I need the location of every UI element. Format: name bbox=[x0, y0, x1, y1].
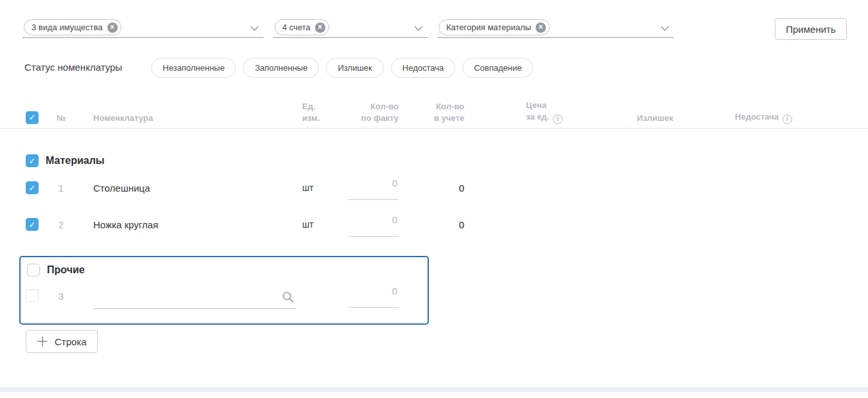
price-info-icon[interactable]: i bbox=[553, 114, 563, 124]
inventory-page: 3 вида имущества × 4 счета × Категория м… bbox=[0, 0, 868, 398]
filter-chip-category: Категория материалы × bbox=[439, 19, 550, 35]
header-line: Цена bbox=[526, 100, 572, 111]
nomenclature-name: Ножка круглая bbox=[84, 219, 302, 230]
qty-account-value: 0 bbox=[399, 219, 469, 230]
qty-account-value: 0 bbox=[399, 183, 469, 194]
status-pill-surplus[interactable]: Излишек bbox=[326, 58, 383, 78]
status-filter-pills: Незаполненные Заполненные Излишек Недост… bbox=[151, 58, 533, 78]
group-checkbox[interactable]: ✓ bbox=[27, 264, 40, 276]
select-all-checkbox[interactable]: ✓ bbox=[26, 111, 39, 124]
chip-remove-icon[interactable]: × bbox=[107, 23, 118, 33]
add-row-button[interactable]: Строка bbox=[26, 330, 98, 353]
bottom-divider-band bbox=[0, 387, 868, 392]
column-header-unit: Ед. изм. bbox=[302, 101, 348, 124]
group-checkbox[interactable]: ✓ bbox=[26, 154, 39, 167]
group-others-highlighted-box: ✓ Прочие ✓ 3 bbox=[19, 256, 429, 325]
chevron-down-icon bbox=[660, 26, 669, 32]
nomenclature-name: Столешница bbox=[84, 183, 302, 194]
group-label: Прочие bbox=[47, 264, 85, 276]
column-header-qty-fact: Кол-во по факту bbox=[348, 101, 399, 124]
filter-dropdown-category[interactable]: Категория материалы × bbox=[437, 18, 674, 38]
header-text: за ед. bbox=[526, 112, 549, 122]
column-header-price: Цена за ед.i bbox=[469, 100, 572, 124]
row-checkbox[interactable]: ✓ bbox=[26, 218, 39, 231]
header-line: Кол-во bbox=[399, 101, 464, 113]
chevron-down-icon bbox=[414, 26, 423, 32]
filter-chip-label: 3 вида имущества bbox=[32, 23, 103, 32]
row-number: 1 bbox=[39, 183, 84, 194]
qty-fact-input[interactable] bbox=[348, 284, 399, 308]
column-header-surplus: Излишек bbox=[572, 113, 682, 124]
apply-button[interactable]: Применить bbox=[775, 18, 847, 40]
filter-dropdown-property-types[interactable]: 3 вида имущества × bbox=[23, 18, 264, 38]
row-number: 3 bbox=[39, 291, 84, 302]
row-checkbox[interactable]: ✓ bbox=[26, 181, 39, 194]
check-icon: ✓ bbox=[29, 221, 36, 229]
status-pill-shortage[interactable]: Недостача bbox=[391, 58, 455, 78]
unit-value: шт bbox=[302, 183, 348, 193]
search-icon bbox=[282, 291, 294, 303]
header-text: Недостача bbox=[735, 112, 779, 122]
qty-fact-input[interactable] bbox=[348, 176, 399, 200]
status-pill-match[interactable]: Совпадение bbox=[462, 58, 533, 78]
column-header-name: Номенклатура bbox=[84, 113, 302, 124]
table-row-new: ✓ 3 bbox=[21, 279, 429, 312]
chip-remove-icon[interactable]: × bbox=[536, 23, 546, 33]
plus-icon bbox=[37, 336, 48, 347]
filter-dropdown-accounts[interactable]: 4 счета × bbox=[273, 18, 428, 38]
check-icon: ✓ bbox=[29, 184, 36, 192]
nomenclature-search-input[interactable] bbox=[93, 283, 296, 309]
table-header: ✓ № Номенклатура Ед. изм. Кол-во по факт… bbox=[0, 100, 868, 129]
row-number: 2 bbox=[39, 219, 84, 230]
column-header-num: № bbox=[39, 113, 84, 124]
status-pill-filled[interactable]: Заполненные bbox=[243, 58, 319, 78]
header-line: изм. bbox=[302, 113, 348, 124]
header-line: Ед. bbox=[302, 101, 348, 113]
check-icon: ✓ bbox=[29, 157, 36, 165]
header-line: за ед.i bbox=[526, 111, 572, 124]
table-row: ✓ 1 Столешница шт 0 bbox=[0, 174, 804, 202]
group-row-materials: ✓ Материалы bbox=[26, 153, 105, 168]
row-checkbox[interactable]: ✓ bbox=[26, 289, 39, 302]
status-pill-unfilled[interactable]: Незаполненные bbox=[151, 58, 236, 78]
qty-fact-input[interactable] bbox=[348, 212, 399, 237]
chip-remove-icon[interactable]: × bbox=[315, 23, 325, 33]
chevron-down-icon bbox=[250, 26, 259, 32]
header-line: по факту bbox=[348, 113, 399, 124]
filter-chip-label: Категория материалы bbox=[446, 23, 531, 32]
group-row-others: ✓ Прочие bbox=[27, 264, 428, 276]
filter-chip-accounts: 4 счета × bbox=[275, 19, 329, 35]
unit-value: шт bbox=[302, 219, 348, 230]
shortage-info-icon[interactable]: i bbox=[782, 114, 792, 124]
header-line: в учете bbox=[399, 113, 464, 124]
column-header-shortage: Недостачаi bbox=[682, 111, 804, 124]
header-line: Кол-во bbox=[348, 101, 399, 113]
column-header-qty-account: Кол-во в учете bbox=[399, 101, 469, 124]
table-row: ✓ 2 Ножка круглая шт 0 bbox=[0, 210, 804, 239]
filter-chip-label: 4 счета bbox=[282, 23, 311, 32]
filter-chip-property-types: 3 вида имущества × bbox=[24, 19, 122, 35]
check-icon: ✓ bbox=[29, 113, 36, 122]
group-label: Материалы bbox=[46, 155, 105, 167]
add-row-label: Строка bbox=[55, 336, 87, 347]
status-filter-label: Статус номенклатуры bbox=[24, 58, 122, 77]
